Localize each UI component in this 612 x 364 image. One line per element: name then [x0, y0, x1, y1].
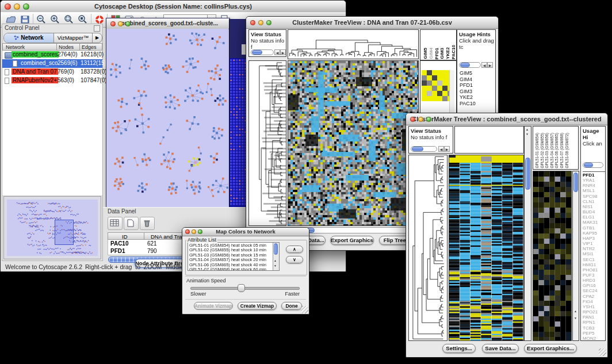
resize-grip[interactable]: [301, 306, 308, 313]
gene-list-item[interactable]: RPO21: [583, 309, 606, 315]
resize-grip[interactable]: [599, 348, 606, 356]
move-down-button[interactable]: ∨: [286, 256, 303, 263]
tab-vizmapper[interactable]: VizMapper™: [54, 33, 93, 43]
zoom-window-icon[interactable]: [125, 21, 131, 26]
tab-overflow-button[interactable]: ▶: [93, 33, 102, 43]
attribute-listbox[interactable]: GPL51-01 (GSM854) heat shock 05 minGPL51…: [188, 242, 280, 271]
heatmap-v-scrollbar[interactable]: ▲ ▼: [524, 126, 531, 341]
done-button[interactable]: Done: [281, 302, 302, 310]
grid-network-canvas[interactable]: [230, 19, 247, 207]
gene-list-item[interactable]: ELG1: [583, 214, 606, 220]
create-vizmap-button[interactable]: Create Vizmap: [238, 302, 277, 310]
gene-list-item[interactable]: PEP5: [583, 331, 606, 336]
gene-list-item[interactable]: HAP3: [583, 236, 606, 241]
gene-list-item[interactable]: NTR2: [583, 246, 606, 251]
gene-list-item[interactable]: RNR4: [583, 183, 606, 188]
export-graphics-button[interactable]: Export Graphics...: [330, 236, 374, 245]
network-view-titlebar[interactable]: combined_scores_good.txt--cluste...: [106, 18, 230, 29]
gene-list-item[interactable]: PFD1: [583, 173, 606, 178]
treeview2-titlebar[interactable]: ClusterMaker TreeView : combined_scores_…: [406, 113, 607, 125]
close-icon[interactable]: [410, 117, 415, 122]
save-data-button[interactable]: Save Data...: [482, 344, 519, 353]
gene-list-item[interactable]: PUF3: [583, 273, 606, 278]
gene-list-item[interactable]: FIG4: [583, 299, 606, 304]
minimize-icon[interactable]: [418, 117, 423, 122]
scroll-up-icon[interactable]: ▲: [274, 259, 277, 262]
close-icon[interactable]: [110, 21, 116, 26]
speed-slider-track[interactable]: [190, 287, 300, 290]
node-browser-tab[interactable]: [108, 217, 123, 230]
gene-list-item[interactable]: PHO81: [583, 267, 606, 273]
gene-list-item[interactable]: MON2: [583, 336, 606, 341]
animate-vizmap-button[interactable]: Animate Vizmap: [194, 302, 233, 310]
list-v-scrollbar[interactable]: ▲ ▼: [273, 243, 279, 270]
heatmap-canvas[interactable]: [449, 155, 523, 340]
minimize-icon[interactable]: [118, 21, 123, 26]
heatmap-canvas[interactable]: [288, 61, 418, 225]
gene-list[interactable]: PFD1YRA1RNR4MSL1SPC98CLN1NIS1BUD4ELG1MAK…: [583, 171, 606, 341]
scrollbar-thumb[interactable]: [412, 147, 423, 151]
speed-slider-thumb[interactable]: [238, 284, 245, 292]
minimize-icon[interactable]: [192, 229, 196, 234]
gene-list-item[interactable]: PAC10: [460, 101, 476, 107]
new-attribute-tab[interactable]: [124, 217, 139, 230]
gene-list-item[interactable]: GIM3: [460, 89, 476, 95]
gene-list-item[interactable]: HRD3: [583, 278, 606, 283]
gene-list-item[interactable]: YSH1: [583, 304, 606, 309]
hints-scrollbar[interactable]: [583, 162, 603, 168]
zoom-window-icon[interactable]: [23, 3, 29, 10]
gene-list-item[interactable]: GIM5: [460, 70, 476, 76]
gene-list-item[interactable]: MSL1: [583, 188, 606, 193]
table-row[interactable]: PFD1: [110, 248, 125, 254]
scroll-down-icon[interactable]: ▼: [526, 132, 529, 136]
close-icon[interactable]: [185, 229, 190, 234]
scroll-down-icon[interactable]: ▼: [274, 264, 277, 267]
network-canvas[interactable]: [106, 29, 228, 207]
network-tree-row[interactable]: combined_scores2764(0)16218(0): [2, 51, 102, 59]
zoom-matrix-canvas[interactable]: [422, 70, 453, 101]
gene-list-item[interactable]: RPN1: [583, 320, 606, 325]
zoom-window-icon[interactable]: [426, 117, 431, 122]
zoom-window-icon[interactable]: [198, 229, 202, 234]
gene-list-item[interactable]: BUD4: [583, 209, 606, 214]
zoom-window-icon[interactable]: [266, 20, 271, 25]
close-icon[interactable]: [250, 20, 255, 25]
scrollbar-thumb[interactable]: [525, 158, 530, 190]
gene-list-item[interactable]: YKE2: [460, 94, 476, 101]
minimize-icon[interactable]: [14, 3, 20, 10]
network-tree-row[interactable]: DNA and Tran 07769(0)183728(0): [2, 68, 102, 76]
settings-button[interactable]: Settings...: [442, 344, 476, 353]
hints-scrollbar[interactable]: [459, 62, 481, 68]
gene-list[interactable]: GIM5GIM4PFD1GIM3YKE2PAC10: [460, 70, 476, 106]
table-cell[interactable]: 790: [147, 248, 157, 254]
column-dendrogram[interactable]: [288, 30, 418, 59]
gene-list-item[interactable]: SPC98: [583, 194, 606, 199]
scrollbar-thumb[interactable]: [460, 63, 470, 67]
gene-list-item[interactable]: TCB3: [583, 325, 606, 331]
export-graphics-button[interactable]: Export Graphics...: [524, 344, 577, 353]
gene-list-item[interactable]: HMG1: [583, 262, 606, 267]
scroll-left-icon[interactable]: ◀: [438, 146, 444, 152]
scroll-down-icon[interactable]: ▼: [574, 316, 577, 320]
gene-list-item[interactable]: GTB1: [583, 225, 606, 231]
gene-list-item[interactable]: VIP1: [583, 241, 606, 246]
scroll-left-icon[interactable]: ◀: [481, 62, 487, 68]
overview-viewport-rect[interactable]: [55, 220, 74, 245]
gene-list-item[interactable]: NIS1: [583, 204, 606, 209]
main-titlebar[interactable]: Cytoscape Desktop (Session Name: collins…: [1, 1, 346, 13]
col-network[interactable]: Network: [6, 44, 25, 50]
gene-list-item[interactable]: GIM4: [460, 76, 476, 83]
status-scrollbar[interactable]: [251, 49, 274, 55]
col-nodes[interactable]: Nodes: [59, 44, 74, 50]
scroll-up-icon[interactable]: ▲: [574, 309, 577, 313]
float-panel-icon[interactable]: [94, 25, 100, 32]
attribute-item[interactable]: GPL51-07 (GSM868) heat shock 60 min: [189, 267, 266, 271]
network-overview-canvas[interactable]: [7, 200, 98, 256]
scrollbar-thumb[interactable]: [584, 163, 593, 167]
network-tree-row[interactable]: RNAPuberNov2+563(0)107847(0): [2, 76, 102, 85]
close-icon[interactable]: [5, 3, 11, 10]
gene-list-item[interactable]: CPA2: [583, 294, 606, 299]
gene-list-item[interactable]: GPI16: [583, 283, 606, 288]
table-row[interactable]: PAC10: [110, 240, 129, 247]
network-tree-row[interactable]: combined_sco2569(6)13112(15): [2, 59, 102, 68]
